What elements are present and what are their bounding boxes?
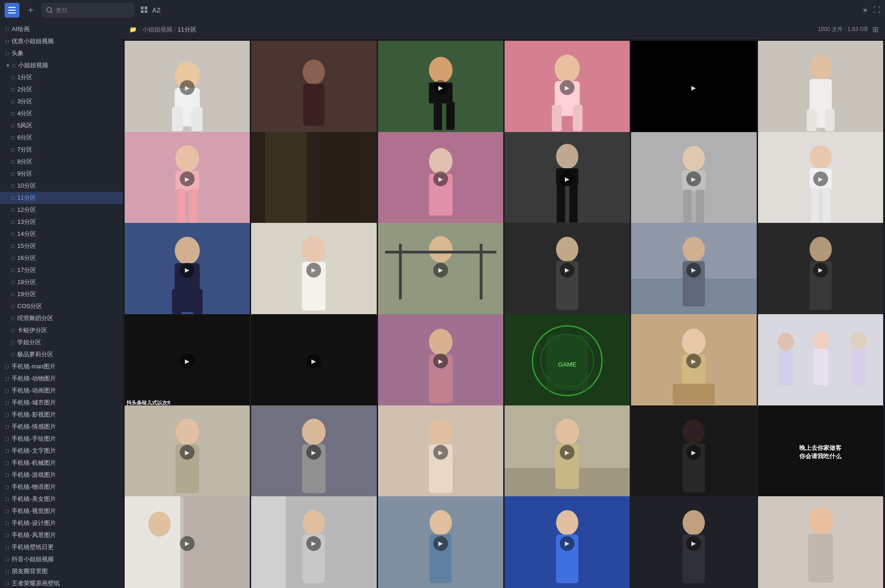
add-folder-button[interactable]: + [112, 459, 120, 467]
sidebar-item-zone1[interactable]: □ 1分区 [0, 71, 123, 83]
sidebar-item-zone11[interactable]: □ 11分区 [0, 192, 123, 204]
play-button[interactable]: ▶ [180, 263, 195, 278]
grid-cell[interactable]: ▶ [378, 314, 503, 408]
sidebar-item-best-videos[interactable]: □ 优质小姐姐视频 [0, 35, 123, 47]
play-button[interactable]: ▶ [180, 445, 195, 460]
grid-cell[interactable] [758, 496, 883, 588]
sidebar-item-phone-anim2[interactable]: □ 手机镜-动画图片 + [0, 385, 123, 397]
play-button[interactable]: ▶ [813, 263, 828, 278]
grid-cell[interactable]: ▶ [631, 132, 756, 226]
play-button[interactable]: ▶ [180, 536, 195, 551]
sidebar-item-phone-anim[interactable]: □ 手机镜-动物图片 + [0, 373, 123, 385]
play-button[interactable]: ▶ [306, 445, 321, 460]
grid-cell[interactable]: GAME [505, 314, 630, 408]
grid-cell[interactable]: ▶ [378, 41, 503, 135]
play-button[interactable]: ▶ [180, 80, 195, 95]
sidebar-item-phone-city[interactable]: □ 手机镜-城市图片 + [0, 397, 123, 409]
play-button[interactable]: ▶ [433, 536, 448, 551]
sidebar-item-sister-videos[interactable]: ▼ □ 小姐姐视频 − [0, 59, 123, 71]
play-button[interactable]: ▶ [306, 536, 321, 551]
grid-cell[interactable] [251, 41, 376, 135]
sidebar-item-casei[interactable]: □ 卡鲢伊分区 [0, 324, 123, 336]
play-button[interactable]: ▶ [560, 80, 575, 95]
sidebar-item-phone-game[interactable]: □ 手机镜-游戏图片 + [0, 469, 123, 481]
grid-cell[interactable]: ▶ [505, 405, 630, 499]
play-button[interactable]: ▶ [686, 536, 701, 551]
add-folder-button[interactable]: + [112, 362, 120, 371]
sidebar-item-phone-mech[interactable]: □ 手机镜-机械图片 + [0, 457, 123, 469]
search-input[interactable] [56, 7, 120, 14]
grid-cell[interactable]: ▶ [251, 314, 376, 408]
add-folder-button[interactable]: + [112, 507, 120, 515]
sidebar-item-zone17[interactable]: □ 17分区 [0, 264, 123, 276]
sidebar-item-zone10[interactable]: □ 10分区 [0, 180, 123, 192]
grid-cell[interactable] [758, 314, 883, 408]
sidebar-item-avatar[interactable]: □ 头象 + [0, 47, 123, 59]
play-button[interactable]: ▶ [686, 263, 701, 278]
grid-cell[interactable]: ▶ [758, 223, 883, 317]
play-button[interactable]: ▶ [180, 171, 195, 186]
grid-cell[interactable]: ▶ [758, 132, 883, 226]
sidebar-item-phone-wallpaper[interactable]: □ 手机镜壁纸日更 [0, 541, 123, 553]
sidebar-item-zone14[interactable]: □ 14分区 [0, 228, 123, 240]
sidebar-item-extreme[interactable]: □ 极品萝莉分区 [0, 348, 123, 360]
sidebar-item-school[interactable]: □ 学姐分区 [0, 336, 123, 348]
grid-cell[interactable] [251, 132, 376, 226]
grid-cell[interactable]: ▶ [378, 223, 503, 317]
grid-cell[interactable]: ▶ [631, 223, 756, 317]
sort-az-button[interactable]: AZ [152, 6, 161, 14]
sidebar-item-zone6[interactable]: □ 6分区 [0, 132, 123, 144]
sidebar-item-zone5[interactable]: □ 5风区 [0, 120, 123, 132]
play-button[interactable]: ▶ [813, 171, 828, 186]
grid-cell[interactable]: ▶ [505, 132, 630, 226]
add-folder-button[interactable]: + [112, 495, 120, 503]
sidebar-item-zone19[interactable]: □ 19分区 [0, 288, 123, 300]
grid-cell[interactable]: ▶ [631, 314, 756, 408]
sidebar-item-phone-design[interactable]: □ 手机镜-设计图片 + [0, 517, 123, 529]
play-button[interactable]: ▶ [433, 263, 448, 278]
play-button[interactable]: ▶ [560, 171, 575, 186]
sidebar-item-zone12[interactable]: □ 12分区 [0, 204, 123, 216]
play-button[interactable]: ▶ [433, 445, 448, 460]
grid-cell[interactable]: ▶ [378, 405, 503, 499]
sidebar-item-ai-draw[interactable]: □ AI绘画 + [0, 23, 123, 35]
grid-cell[interactable]: 晚上去你家做客你会请我吃什么 [758, 405, 883, 499]
grid-cell[interactable]: ▶ [125, 132, 250, 226]
grid-cell[interactable]: ▶ [125, 496, 250, 588]
grid-view-button[interactable] [141, 6, 148, 14]
grid-cell[interactable]: ▶ [251, 496, 376, 588]
add-folder-button[interactable]: + [112, 483, 120, 491]
add-folder-button[interactable]: + [112, 447, 120, 455]
sidebar-item-zone13[interactable]: □ 13分区 [0, 216, 123, 228]
sidebar-item-dance[interactable]: □ 绾滑舞蹈分区 [0, 312, 123, 324]
add-folder-button[interactable]: + [112, 531, 120, 539]
sidebar-item-zone7[interactable]: □ 7分区 [0, 144, 123, 156]
grid-cell[interactable]: ▶ [125, 405, 250, 499]
play-button[interactable]: ▶ [686, 445, 701, 460]
add-folder-button[interactable]: + [112, 49, 120, 57]
sidebar-item-phone-movie[interactable]: □ 手机镜-影视图片 + [0, 409, 123, 421]
add-folder-button[interactable]: + [112, 435, 120, 443]
play-button[interactable]: ▶ [306, 263, 321, 278]
grid-cell[interactable]: ▶ [251, 223, 376, 317]
play-button[interactable]: ▶ [180, 354, 195, 368]
play-button[interactable]: ▶ [686, 171, 701, 186]
add-folder-button[interactable]: + [112, 519, 120, 527]
add-folder-button[interactable]: + [112, 374, 120, 383]
play-button[interactable]: ▶ [433, 354, 448, 368]
sidebar-item-zone4[interactable]: □ 4分区 [0, 107, 123, 120]
grid-cell[interactable]: 抖头条味儿式以次fl ▶ [125, 314, 250, 408]
play-button[interactable]: ▶ [686, 354, 701, 368]
grid-cell[interactable]: ▶ [631, 41, 756, 135]
sidebar-item-zone3[interactable]: □ 3分区 [0, 95, 123, 107]
sidebar-item-phone-draw[interactable]: □ 手机镜-手绘图片 + [0, 433, 123, 445]
grid-cell[interactable]: ▶ [125, 41, 250, 135]
add-folder-button[interactable]: + [112, 386, 120, 395]
sidebar-item-zone15[interactable]: □ 15分区 [0, 240, 123, 252]
sidebar-item-cos[interactable]: □ COS分区 [0, 300, 123, 312]
add-button[interactable]: + [24, 4, 37, 17]
sidebar-item-zone9[interactable]: □ 9分区 [0, 168, 123, 180]
fullscreen-button[interactable]: ⛶ [873, 6, 880, 14]
sidebar-item-phone-text[interactable]: □ 手机镜-文字图片 + [0, 445, 123, 457]
play-button[interactable]: ▶ [560, 536, 575, 551]
